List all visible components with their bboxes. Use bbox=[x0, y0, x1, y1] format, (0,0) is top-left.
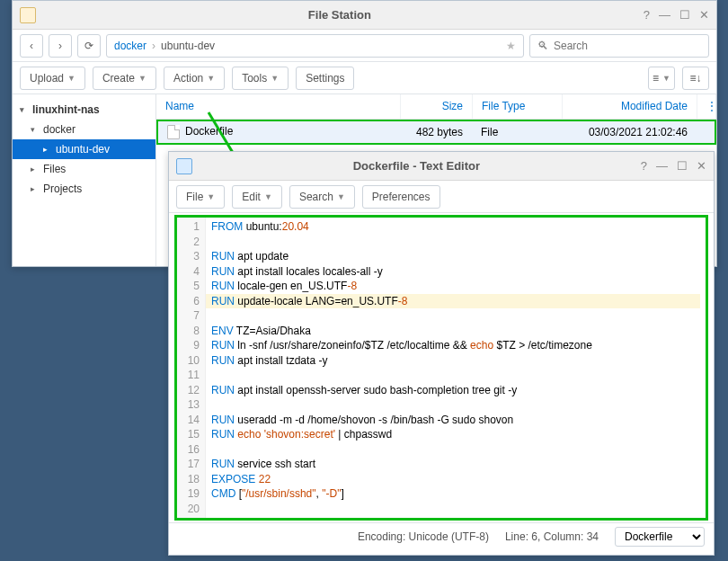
minimize-icon[interactable]: — bbox=[656, 159, 668, 173]
create-button[interactable]: Create▼ bbox=[93, 67, 156, 90]
folder-tree: ▾linuxhint-nas ▾docker ▸ubuntu-dev ▸File… bbox=[13, 94, 156, 266]
breadcrumb-item: ubuntu-dev bbox=[161, 40, 215, 52]
close-icon[interactable]: ✕ bbox=[697, 159, 706, 173]
text-editor-titlebar[interactable]: Dockerfile - Text Editor ? — ☐ ✕ bbox=[169, 152, 714, 181]
col-more[interactable]: ⋮ bbox=[697, 94, 716, 119]
maximize-icon[interactable]: ☐ bbox=[679, 8, 690, 22]
editor-area: 1234567891011121314151617181920 FROM ubu… bbox=[174, 215, 708, 521]
tree-item-projects[interactable]: ▸Projects bbox=[13, 179, 155, 199]
file-station-icon bbox=[20, 7, 36, 23]
help-icon[interactable]: ? bbox=[644, 8, 650, 22]
help-icon[interactable]: ? bbox=[641, 159, 647, 173]
window-title: Dockerfile - Text Editor bbox=[192, 159, 641, 173]
text-editor-icon bbox=[176, 158, 192, 174]
tree-item-ubuntu-dev[interactable]: ▸ubuntu-dev bbox=[13, 139, 155, 159]
tree-item-docker[interactable]: ▾docker bbox=[13, 120, 155, 139]
window-title: File Station bbox=[36, 8, 644, 22]
file-icon bbox=[167, 125, 180, 139]
tools-button[interactable]: Tools▼ bbox=[232, 67, 289, 90]
table-header: Name Size File Type Modified Date ⋮ bbox=[156, 94, 716, 120]
breadcrumb-sep: › bbox=[152, 40, 155, 52]
tree-root[interactable]: ▾linuxhint-nas bbox=[13, 100, 155, 120]
status-encoding: Encoding: Unicode (UTF-8) bbox=[358, 530, 489, 543]
status-bar: Encoding: Unicode (UTF-8) Line: 6, Colum… bbox=[169, 522, 714, 549]
col-size[interactable]: Size bbox=[401, 94, 473, 119]
sort-button[interactable]: ≡↓ bbox=[682, 67, 709, 90]
col-date[interactable]: Modified Date bbox=[563, 94, 697, 119]
back-button[interactable]: ‹ bbox=[20, 34, 43, 58]
search-box[interactable]: 🔍︎ bbox=[529, 34, 709, 58]
table-row[interactable]: Dockerfile 482 bytes File 03/03/2021 21:… bbox=[156, 120, 716, 145]
search-menu[interactable]: Search▼ bbox=[289, 185, 355, 209]
minimize-icon[interactable]: — bbox=[659, 8, 670, 22]
editor-toolbar: File▼ Edit▼ Search▼ Preferences bbox=[169, 181, 714, 213]
favorite-icon[interactable]: ★ bbox=[506, 40, 516, 52]
line-gutter: 1234567891011121314151617181920 bbox=[177, 218, 206, 518]
code-area[interactable]: FROM ubuntu:20.04 RUN apt update RUN apt… bbox=[206, 218, 706, 518]
breadcrumb[interactable]: docker › ubuntu-dev ★ bbox=[106, 34, 524, 58]
breadcrumb-item[interactable]: docker bbox=[114, 40, 146, 52]
col-name[interactable]: Name bbox=[156, 94, 401, 119]
list-view-button[interactable]: ≡ ▼ bbox=[648, 67, 675, 90]
language-select[interactable]: Dockerfile bbox=[615, 527, 705, 547]
search-icon: 🔍︎ bbox=[537, 40, 548, 52]
preferences-button[interactable]: Preferences bbox=[362, 185, 440, 209]
search-input[interactable] bbox=[554, 40, 701, 52]
col-type[interactable]: File Type bbox=[473, 94, 563, 119]
file-date: 03/03/2021 21:02:46 bbox=[562, 122, 697, 142]
action-toolbar: Upload▼ Create▼ Action▼ Tools▼ Settings … bbox=[13, 62, 716, 94]
text-editor-window: Dockerfile - Text Editor ? — ☐ ✕ File▼ E… bbox=[168, 151, 715, 556]
upload-button[interactable]: Upload▼ bbox=[20, 67, 85, 90]
file-name: Dockerfile bbox=[185, 125, 233, 138]
maximize-icon[interactable]: ☐ bbox=[677, 159, 688, 173]
refresh-button[interactable]: ⟳ bbox=[77, 34, 101, 58]
close-icon[interactable]: ✕ bbox=[699, 8, 709, 22]
file-size: 482 bytes bbox=[400, 122, 472, 142]
edit-menu[interactable]: Edit▼ bbox=[232, 185, 282, 209]
nav-toolbar: ‹ › ⟳ docker › ubuntu-dev ★ 🔍︎ bbox=[13, 30, 716, 62]
file-type: File bbox=[472, 122, 562, 142]
forward-button[interactable]: › bbox=[49, 34, 72, 58]
file-station-titlebar[interactable]: File Station ? — ☐ ✕ bbox=[13, 1, 716, 30]
file-menu[interactable]: File▼ bbox=[176, 185, 225, 209]
action-button[interactable]: Action▼ bbox=[164, 67, 225, 90]
status-cursor: Line: 6, Column: 34 bbox=[505, 530, 599, 543]
settings-button[interactable]: Settings bbox=[296, 67, 354, 90]
tree-item-files[interactable]: ▸Files bbox=[13, 159, 155, 179]
